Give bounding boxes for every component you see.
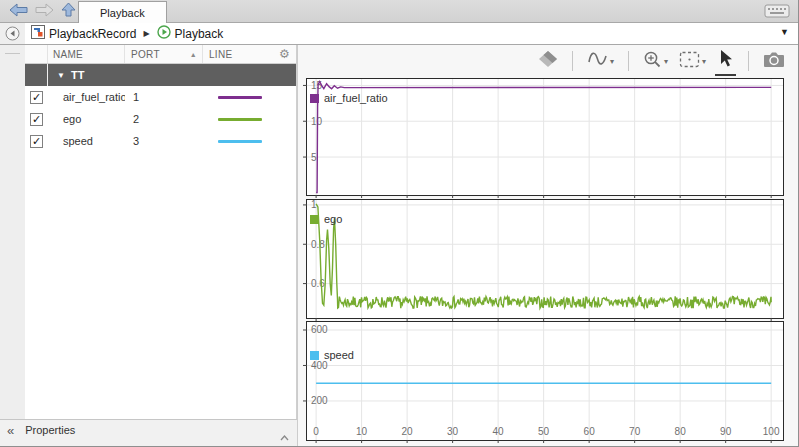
svg-text:400: 400 [311,360,328,371]
legend-swatch [310,351,319,360]
plot-canvas[interactable]: 0.60.81 [307,200,783,318]
back-arrow-icon [8,2,29,22]
svg-text:600: 600 [311,324,328,335]
pointer-button[interactable] [715,47,736,76]
svg-text:50: 50 [538,426,550,437]
group-label: TT [71,69,84,81]
plot-panel: ▾ ▾ ▾ 51015 [297,45,799,447]
toolbar-separator [572,51,573,71]
signal-port: 1 [125,91,203,103]
svg-text:40: 40 [493,426,505,437]
signal-name: ego [48,113,125,125]
svg-text:15: 15 [311,80,323,91]
toolbar-separator [748,51,749,71]
tab-playback[interactable]: Playback [78,1,167,23]
signal-table-header: NAME PORT ▲ LINE ⚙ [25,45,296,64]
table-row-speed[interactable]: ✓ speed 3 [25,130,296,152]
play-icon [157,25,171,42]
signal-wave-icon [587,49,608,73]
checkbox-cell: ✓ [25,86,48,108]
plot-canvas[interactable]: 2004006000102030405060708090100 [307,322,783,440]
keyboard-icon [764,4,790,21]
table-row-ego[interactable]: ✓ ego 2 [25,108,296,130]
up-button[interactable] [56,3,80,20]
line-swatch[interactable] [218,96,262,99]
svg-text:5: 5 [311,152,317,163]
signal-line-cell [203,118,296,121]
left-gutter [0,45,25,447]
hide-panel-button[interactable] [5,26,20,45]
caret-down-icon[interactable]: ▾ [702,57,706,66]
checkmark-icon: ✓ [32,136,41,147]
chevron-up-icon[interactable] [280,427,289,445]
signal-table: NAME PORT ▲ LINE ⚙ ▼ TT ✓ air_fuel_ratio… [25,45,297,419]
eraser-button[interactable] [536,48,560,74]
visibility-checkbox[interactable]: ✓ [30,135,43,148]
checkbox-cell: ✓ [25,108,48,130]
group-row-tt[interactable]: ▼ TT [25,64,296,86]
sort-ascending-icon[interactable]: ▲ [190,51,197,58]
forward-button[interactable] [32,3,56,20]
properties-bar[interactable]: « Properties [0,419,297,440]
keyboard-shortcuts-button[interactable] [764,4,790,22]
legend-speed: speed [310,349,354,361]
svg-text:10: 10 [311,116,323,127]
plot-toolbar: ▾ ▾ ▾ [298,45,799,77]
pointer-icon [717,49,734,72]
group-checkbox-cell [25,64,48,86]
checkmark-icon: ✓ [32,92,41,103]
plot-speed[interactable]: 2004006000102030405060708090100 speed [306,321,784,441]
svg-text:30: 30 [447,426,459,437]
breadcrumb-current[interactable]: Playback [175,27,224,41]
camera-button[interactable] [761,49,787,74]
caret-down-icon[interactable]: ▾ [610,57,614,66]
legend-label: air_fuel_ratio [324,92,388,104]
signal-port: 2 [125,113,203,125]
caret-down-icon[interactable]: ▾ [664,57,668,66]
zoom-in-button[interactable]: ▾ [641,48,670,75]
camera-icon [763,51,785,72]
tab-playback-label: Playback [100,7,145,19]
signal-port: 3 [125,135,203,147]
header-name[interactable]: NAME [48,45,125,63]
gutter-divider [5,53,20,54]
gear-icon[interactable]: ⚙ [279,47,290,61]
legend-label: ego [324,213,342,225]
title-toolbar: Playback [0,0,799,23]
svg-text:0.8: 0.8 [311,239,325,250]
breadcrumb: PlaybackRecord ▶ Playback [25,25,799,42]
signal-wave-button[interactable]: ▾ [585,47,616,75]
visibility-checkbox[interactable]: ✓ [30,113,43,126]
collapse-panel-icon[interactable]: « [7,423,14,438]
fit-to-view-button[interactable]: ▾ [677,49,708,74]
signal-line-cell [203,140,296,143]
svg-text:100: 100 [763,426,780,437]
legend-air-fuel-ratio: air_fuel_ratio [310,92,388,104]
table-row-air-fuel-ratio[interactable]: ✓ air_fuel_ratio 1 [25,86,296,108]
signal-name: speed [48,135,125,147]
breadcrumb-bar: PlaybackRecord ▶ Playback [0,23,799,45]
back-button[interactable] [6,3,30,20]
svg-text:60: 60 [584,426,596,437]
svg-text:0: 0 [313,426,319,437]
line-swatch[interactable] [218,118,262,121]
circle-back-icon [5,27,20,44]
signal-name: air_fuel_ratio [48,91,125,103]
breadcrumb-dropdown-button[interactable]: ▼ [780,27,789,37]
visibility-checkbox[interactable]: ✓ [30,91,43,104]
group-expander-icon[interactable]: ▼ [57,71,65,80]
legend-swatch [310,94,319,103]
forward-arrow-icon [34,2,55,22]
header-port[interactable]: PORT ▲ [125,45,203,63]
header-line[interactable]: LINE ⚙ [203,45,296,63]
svg-text:70: 70 [629,426,641,437]
up-arrow-icon [60,1,77,22]
breadcrumb-root[interactable]: PlaybackRecord [49,27,136,41]
breadcrumb-separator-icon: ▶ [140,29,152,38]
legend-label: speed [324,349,354,361]
line-swatch[interactable] [218,140,262,143]
properties-label: Properties [25,424,75,436]
plot-ego[interactable]: 0.60.81 ego [306,199,784,319]
plot-air-fuel-ratio[interactable]: 51015 air_fuel_ratio [306,78,784,196]
header-checkbox-column [25,45,48,63]
